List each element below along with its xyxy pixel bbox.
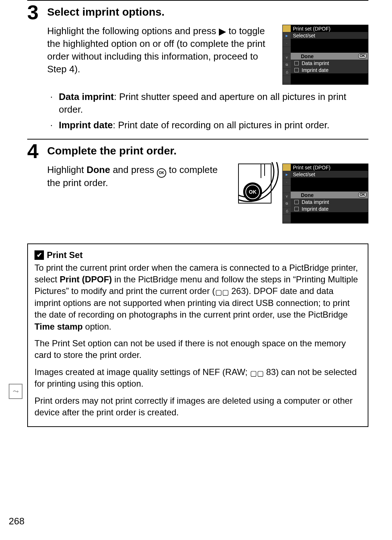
- bullet-data-imprint: • Data imprint: Print shutter speed and …: [51, 90, 368, 116]
- step-4-body: Complete the print order. Highlight Done…: [47, 143, 368, 223]
- step-3-title: Select imprint options.: [47, 6, 368, 18]
- note-title-row: ✔ Print Set: [34, 249, 361, 261]
- bullet1-head: Data imprint: [59, 91, 114, 102]
- step-3: 3 Select imprint options. Highlight the …: [27, 4, 368, 139]
- note-p4: Print orders may not print correctly if …: [34, 395, 361, 419]
- checkbox-icon: [294, 61, 299, 65]
- page-number: 268: [9, 516, 24, 527]
- lcd-subtitle: Select/set: [291, 32, 368, 39]
- note-p1: To print the current print order when th…: [34, 262, 361, 333]
- step-4-title: Complete the print order.: [47, 145, 368, 157]
- play-icon: ▶: [283, 171, 291, 178]
- checkbox-icon: [294, 200, 299, 204]
- ok-button-icon: OK: [243, 182, 262, 201]
- step-3-para-a: Highlight the following options and pres…: [47, 25, 219, 36]
- checkbox-icon: [294, 207, 299, 211]
- ok-circle-icon: OK: [157, 168, 166, 178]
- lcd-sidebar-icons: ▶ · Y ⧉ ⎙: [283, 25, 291, 84]
- ok-label: OK: [245, 185, 260, 199]
- lcd-ok-badge: OK: [358, 192, 367, 197]
- lcd-opt1-text: Data imprint: [302, 199, 329, 205]
- lcd-title: Print set (DPOF): [291, 25, 368, 32]
- lcd-opt2-text: Imprint date: [302, 67, 328, 73]
- ok-button-illustration: OK: [238, 164, 271, 203]
- section-tab-icon: ⤳: [9, 384, 23, 399]
- step-4-number: 4: [27, 141, 47, 161]
- recent-icon: ⎙: [283, 207, 291, 215]
- np1d: Time stamp: [34, 322, 83, 331]
- lcd-option-imprint-date: Imprint date: [291, 67, 368, 73]
- np3a: Images created at image quality settings…: [34, 367, 250, 377]
- lcd-option-data-imprint: Data imprint: [291, 60, 368, 67]
- note-title: Print Set: [47, 249, 83, 261]
- lcd-subtitle: Select/set: [291, 171, 368, 178]
- s4c: and press: [110, 164, 157, 175]
- bullet-icon: •: [51, 95, 59, 100]
- book-icon: ▢▢: [250, 368, 264, 378]
- lcd-opt2-text: Imprint date: [302, 206, 328, 212]
- rule-mid: [27, 139, 368, 140]
- step-4-text: Highlight Done and press OK to complete …: [47, 164, 230, 189]
- play-icon: ▶: [283, 32, 291, 40]
- retouch-icon: Y: [283, 54, 291, 61]
- note-print-set: ✔ Print Set To print the current print o…: [27, 243, 368, 427]
- lcd-done-row: Done OK: [291, 53, 368, 60]
- lcd-screenshot-2: ▶ · Y ⧉ ⎙ Print set (DPOF) Select/set: [282, 164, 368, 223]
- s4a: Highlight: [47, 164, 86, 175]
- lcd-option-imprint-date: Imprint date: [291, 205, 368, 212]
- lcd-sidebar-icons: ▶ · Y ⧉ ⎙: [283, 164, 291, 223]
- adjust-icon: ⧉: [283, 61, 291, 69]
- right-triangle-icon: ▶: [219, 25, 226, 38]
- adjust-icon: ⧉: [283, 200, 291, 207]
- book-icon: ▢▢: [215, 287, 229, 297]
- rule-top: [27, 0, 368, 1]
- np1e: option.: [83, 322, 111, 331]
- lcd-done-text: Done: [301, 192, 314, 198]
- retouch-icon: Y: [283, 193, 291, 200]
- bullet2-head: Imprint date: [59, 120, 113, 130]
- lcd-title: Print set (DPOF): [291, 164, 368, 171]
- step-3-text: Highlight the following options and pres…: [47, 25, 274, 76]
- step-3-number: 3: [27, 2, 47, 23]
- bullet2-tail: : Print date of recording on all picture…: [113, 120, 330, 130]
- np1b: Print (DPOF): [60, 274, 112, 284]
- s4b: Done: [86, 164, 110, 175]
- note-p3: Images created at image quality settings…: [34, 366, 361, 390]
- lcd-done-row: Done OK: [291, 192, 368, 198]
- lcd-screenshot-1: ▶ · Y ⧉ ⎙ Print set (DPOF) Select/set: [282, 25, 368, 85]
- lcd-option-data-imprint: Data imprint: [291, 198, 368, 205]
- lcd-done-text: Done: [301, 53, 314, 59]
- bullet-icon: •: [51, 123, 59, 128]
- step-4: 4 Complete the print order. Highlight Do…: [27, 143, 368, 223]
- step-3-body: Select imprint options. Highlight the fo…: [47, 4, 368, 139]
- checkbox-icon: [294, 68, 299, 72]
- recent-icon: ⎙: [283, 69, 291, 76]
- lcd-opt1-text: Data imprint: [302, 60, 329, 66]
- bullet-imprint-date: • Imprint date: Print date of recording …: [51, 119, 368, 132]
- manual-page: 3 Select imprint options. Highlight the …: [0, 0, 392, 540]
- note-p2: The Print Set option can not be used if …: [34, 338, 361, 361]
- lcd-ok-badge: OK: [358, 53, 367, 59]
- step-3-bullets: • Data imprint: Print shutter speed and …: [51, 90, 368, 132]
- check-box-icon: ✔: [34, 250, 44, 260]
